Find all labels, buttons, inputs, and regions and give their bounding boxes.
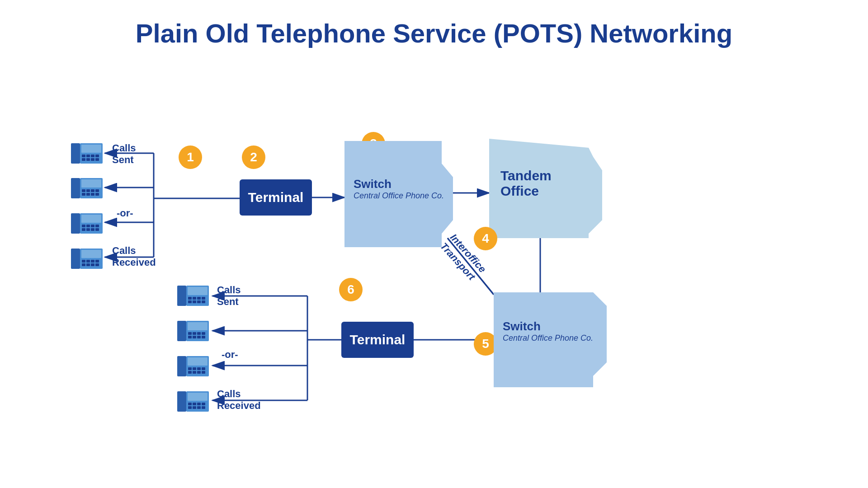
terminal-1: Terminal — [240, 179, 312, 216]
calls-sent-label-top: CallsSent — [112, 142, 136, 166]
svg-rect-20 — [82, 193, 85, 196]
diagram-area: CallsSent -or- CallsReceived 1 2 Termina… — [0, 62, 868, 478]
svg-rect-65 — [202, 332, 205, 335]
calls-sent-label-bottom: CallsSent — [217, 284, 241, 308]
svg-rect-84 — [188, 403, 192, 405]
svg-rect-48 — [177, 286, 186, 306]
calls-received-label-bottom: CallsReceived — [217, 388, 261, 412]
svg-rect-6 — [86, 155, 90, 157]
svg-rect-88 — [188, 406, 192, 409]
svg-rect-66 — [188, 336, 192, 338]
svg-rect-80 — [202, 371, 205, 374]
svg-rect-31 — [82, 228, 85, 231]
svg-rect-74 — [193, 367, 196, 370]
svg-rect-79 — [197, 371, 201, 374]
phone-icon-3 — [70, 211, 104, 238]
svg-rect-39 — [86, 260, 90, 263]
svg-rect-38 — [82, 260, 85, 263]
svg-rect-33 — [91, 228, 94, 231]
svg-rect-58 — [202, 300, 205, 303]
badge-1: 1 — [179, 145, 202, 169]
svg-rect-72 — [188, 357, 208, 366]
svg-rect-8 — [95, 155, 99, 157]
svg-rect-18 — [91, 189, 94, 192]
svg-rect-68 — [197, 336, 201, 338]
switch-2-sublabel: Central Office Phone Co. — [503, 333, 593, 343]
badge-2: 2 — [242, 145, 265, 169]
phone-icon-5 — [176, 283, 210, 310]
or-label-top: -or- — [117, 207, 133, 219]
svg-rect-4 — [81, 145, 101, 153]
svg-rect-27 — [82, 225, 85, 227]
svg-rect-83 — [188, 393, 208, 401]
svg-rect-85 — [193, 403, 196, 405]
svg-rect-75 — [197, 367, 201, 370]
svg-rect-19 — [95, 189, 99, 192]
svg-rect-62 — [188, 332, 192, 335]
badge-6: 6 — [339, 278, 363, 301]
svg-rect-55 — [188, 300, 192, 303]
svg-rect-50 — [188, 287, 208, 295]
svg-rect-40 — [91, 260, 94, 263]
phone-icon-1 — [70, 141, 104, 168]
phone-icon-4 — [70, 246, 104, 273]
svg-rect-54 — [202, 297, 205, 300]
svg-rect-67 — [193, 336, 196, 338]
phone-icon-6 — [176, 319, 210, 345]
svg-rect-12 — [95, 158, 99, 161]
svg-rect-73 — [188, 367, 192, 370]
svg-rect-41 — [95, 260, 99, 263]
svg-rect-76 — [202, 367, 205, 370]
switch-1-sublabel: Central Office Phone Co. — [354, 191, 444, 201]
svg-rect-16 — [82, 189, 85, 192]
svg-rect-69 — [202, 336, 205, 338]
svg-rect-45 — [95, 263, 99, 266]
phone-icon-8 — [176, 389, 210, 416]
svg-rect-17 — [86, 189, 90, 192]
svg-rect-89 — [193, 406, 196, 409]
svg-rect-2 — [71, 143, 80, 164]
svg-rect-78 — [193, 371, 196, 374]
svg-rect-23 — [95, 193, 99, 196]
svg-rect-13 — [71, 178, 80, 198]
tandem-office-label: TandemOffice — [500, 168, 552, 199]
switch-1-label: Switch — [354, 177, 444, 191]
switch-1: Switch Central Office Phone Co. — [344, 141, 453, 249]
svg-rect-81 — [177, 391, 186, 412]
svg-rect-24 — [71, 213, 80, 234]
svg-rect-51 — [188, 297, 192, 300]
svg-rect-57 — [197, 300, 201, 303]
svg-rect-22 — [91, 193, 94, 196]
calls-received-label-top: CallsReceived — [112, 245, 156, 269]
svg-rect-56 — [193, 300, 196, 303]
svg-rect-53 — [197, 297, 201, 300]
svg-rect-42 — [82, 263, 85, 266]
svg-rect-30 — [95, 225, 99, 227]
svg-rect-43 — [86, 263, 90, 266]
svg-rect-32 — [86, 228, 90, 231]
svg-rect-7 — [91, 155, 94, 157]
svg-rect-86 — [197, 403, 201, 405]
svg-rect-5 — [82, 155, 85, 157]
svg-rect-64 — [197, 332, 201, 335]
svg-rect-52 — [193, 297, 196, 300]
or-label-bottom: -or- — [222, 349, 238, 361]
terminal-1-label: Terminal — [248, 190, 304, 205]
svg-rect-37 — [81, 250, 101, 258]
phone-icon-2 — [70, 176, 104, 202]
svg-rect-15 — [81, 179, 101, 188]
svg-rect-70 — [177, 356, 186, 376]
svg-rect-44 — [91, 263, 94, 266]
svg-rect-77 — [188, 371, 192, 374]
svg-rect-63 — [193, 332, 196, 335]
page-title: Plain Old Telephone Service (POTS) Netwo… — [0, 0, 868, 62]
switch-2-label: Switch — [503, 319, 593, 333]
svg-rect-34 — [95, 228, 99, 231]
svg-rect-28 — [86, 225, 90, 227]
terminal-2: Terminal — [341, 322, 414, 358]
diagram-svg — [0, 62, 868, 478]
svg-rect-29 — [91, 225, 94, 227]
switch-2: Switch Central Office Phone Co. — [494, 292, 607, 389]
svg-rect-11 — [91, 158, 94, 161]
svg-rect-61 — [188, 322, 208, 330]
